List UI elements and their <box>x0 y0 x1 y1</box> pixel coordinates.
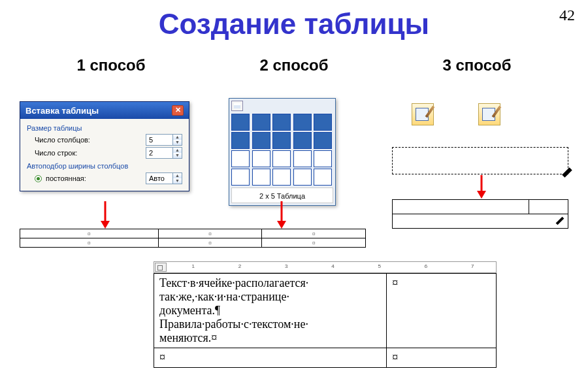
grid-cell[interactable] <box>272 150 291 167</box>
pencil-cursor-icon <box>556 217 564 225</box>
cell-line2: так·же,·как·и·на·странице· <box>159 290 289 303</box>
example-cell-empty: ¤ <box>387 348 497 368</box>
ruler-ticks: 1 2 3 4 5 6 7 <box>170 263 496 269</box>
chevron-down-icon[interactable]: ▼ <box>173 140 182 145</box>
example-table: Текст·в·ячейке·располагается· так·же,·ка… <box>154 273 497 368</box>
cell-line1: Текст·в·ячейке·располагается· <box>159 276 308 289</box>
insert-table-dialog: Вставка таблицы ✕ Размер таблицы Число с… <box>20 101 189 191</box>
ruler-mark: 7 <box>449 263 496 269</box>
cell-marker: ¤ <box>159 351 165 364</box>
ruler-mark: 1 <box>170 263 216 269</box>
grid-cell[interactable] <box>231 132 250 149</box>
close-icon[interactable]: ✕ <box>172 105 184 116</box>
ruler-corner-icon[interactable] <box>155 263 167 272</box>
grid-cell[interactable] <box>272 132 291 149</box>
chevron-up-icon[interactable]: ▲ <box>173 135 182 140</box>
grid-cell[interactable] <box>314 114 332 131</box>
cols-input[interactable] <box>146 135 172 144</box>
grid-cell[interactable] <box>252 169 270 186</box>
section-autofit-label: Автоподбор ширины столбцов <box>27 162 182 170</box>
grid-cell[interactable] <box>252 114 270 131</box>
cell-line4: Правила·работы·с·текстом·не· <box>159 318 308 331</box>
example-cell-text: Текст·в·ячейке·располагается· так·же,·ка… <box>154 274 387 348</box>
ruler-mark: 2 <box>216 263 263 269</box>
rows-spinner[interactable]: ▲ ▼ <box>146 147 182 159</box>
methods-row: 1 способ 2 способ 3 способ <box>0 56 588 74</box>
example-cell-empty: ¤ <box>387 274 497 348</box>
pencil-cursor-icon <box>562 167 572 178</box>
draw-table-icon-alt[interactable] <box>478 103 500 125</box>
chevron-down-icon[interactable]: ▼ <box>173 153 182 158</box>
drawn-table <box>392 199 568 229</box>
fixed-width-row: постоянная: ▲ ▼ <box>27 171 182 186</box>
grid-cell[interactable] <box>293 132 312 149</box>
grid-cell[interactable] <box>252 132 270 149</box>
spinner-buttons[interactable]: ▲ ▼ <box>172 148 182 158</box>
grid-cell[interactable] <box>314 132 332 149</box>
fixed-input[interactable] <box>146 174 172 183</box>
grid-cell[interactable] <box>314 169 332 186</box>
table-icon <box>231 101 243 111</box>
cols-label: Число столбцов: <box>35 136 90 144</box>
grid-cell[interactable] <box>272 114 291 131</box>
grid-cell[interactable] <box>314 150 332 167</box>
ruler-mark: 3 <box>263 263 310 269</box>
dialog-titlebar: Вставка таблицы ✕ <box>20 102 189 119</box>
rows-row: Число строк: ▲ ▼ <box>27 146 182 159</box>
grid-cell[interactable] <box>293 169 312 186</box>
horizontal-ruler[interactable]: 1 2 3 4 5 6 7 <box>154 261 497 273</box>
cell-line3: документа.¶ <box>159 304 220 317</box>
ruler-mark: 4 <box>310 263 356 269</box>
svg-marker-3 <box>277 221 286 229</box>
grid-cell[interactable] <box>231 114 250 131</box>
grid-cells[interactable] <box>231 114 333 186</box>
grid-cell[interactable] <box>231 169 250 186</box>
draw-area[interactable] <box>392 147 568 174</box>
chevron-down-icon[interactable]: ▼ <box>173 178 182 184</box>
slide-number: 42 <box>559 7 575 24</box>
dialog-title-text: Вставка таблицы <box>25 106 99 116</box>
cell-marker: ¤ <box>392 351 398 364</box>
chevron-up-icon[interactable]: ▲ <box>173 173 182 178</box>
grid-cell[interactable] <box>272 169 291 186</box>
chevron-up-icon[interactable]: ▲ <box>173 148 182 153</box>
cell-line5: меняются.¤ <box>159 331 217 344</box>
arrow-down-icon <box>101 201 110 229</box>
page-title: Создание таблицы <box>0 8 588 41</box>
draw-table-icon[interactable] <box>412 103 434 125</box>
section-size-label: Размер таблицы <box>27 124 182 132</box>
cell-text-example: 1 2 3 4 5 6 7 Текст·в·ячейке·располагает… <box>154 261 497 368</box>
method1-label: 1 способ <box>76 56 145 74</box>
grid-cell[interactable] <box>293 150 312 167</box>
ruler-mark: 6 <box>402 263 449 269</box>
svg-marker-1 <box>101 221 110 229</box>
cols-row: Число столбцов: ▲ ▼ <box>27 133 182 146</box>
rows-input[interactable] <box>146 148 172 157</box>
arrow-down-icon <box>477 175 486 199</box>
ruler-mark: 5 <box>356 263 402 269</box>
fixed-label: постоянная: <box>46 174 86 182</box>
method3-label: 3 способ <box>442 56 511 74</box>
example-cell-empty: ¤ <box>154 348 387 368</box>
rows-label: Число строк: <box>35 149 77 157</box>
inserted-table: ¤¤¤ ¤¤¤ <box>20 229 366 248</box>
grid-cell[interactable] <box>252 150 270 167</box>
spinner-buttons[interactable]: ▲ ▼ <box>172 135 182 145</box>
cols-spinner[interactable]: ▲ ▼ <box>146 134 182 146</box>
table-grid-picker[interactable]: 2 x 5 Таблица <box>229 98 336 206</box>
grid-cell[interactable] <box>293 114 312 131</box>
method2-label: 2 способ <box>259 56 328 74</box>
fixed-spinner[interactable]: ▲ ▼ <box>146 172 182 184</box>
grid-cell[interactable] <box>231 150 250 167</box>
dialog-body: Размер таблицы Число столбцов: ▲ ▼ Число… <box>20 119 189 191</box>
svg-marker-5 <box>477 191 486 199</box>
radio-selected-icon[interactable] <box>35 175 42 182</box>
arrow-down-icon <box>277 201 286 229</box>
method3-icons <box>412 103 500 125</box>
cell-marker: ¤ <box>392 276 398 289</box>
spinner-buttons[interactable]: ▲ ▼ <box>172 173 182 184</box>
